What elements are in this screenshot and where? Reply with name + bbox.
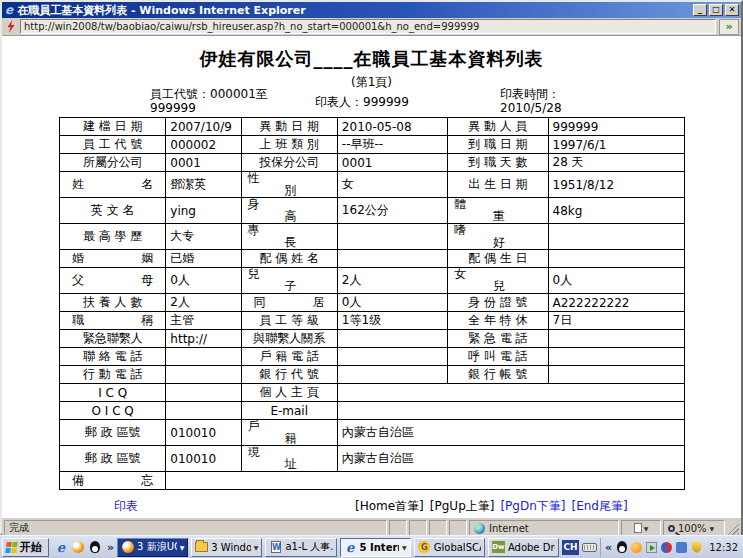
field-label-char: 兒: [248, 268, 260, 281]
field-value: 162公分: [337, 198, 447, 224]
windows-logo-icon: [5, 542, 18, 553]
field-label: 體重: [448, 198, 548, 224]
keyboard-icon[interactable]: [582, 543, 597, 552]
zoom-control[interactable]: 100% ▼: [663, 520, 725, 536]
field-label: 上 班 類 別: [241, 136, 337, 154]
qq-quicklaunch-icon[interactable]: [88, 540, 102, 554]
record-nav-link[interactable]: [PgDn下筆]: [500, 499, 565, 513]
media-tray-icon[interactable]: [645, 541, 658, 554]
task-buttons: 3 新浪UC▼3 Window...▼Wa1-L 人事...e5 Intern.…: [117, 538, 559, 557]
record-nav-link[interactable]: [End尾筆]: [572, 499, 628, 513]
field-value: A222222222: [548, 294, 684, 312]
flower-icon: [631, 542, 642, 553]
shield-tray-icon[interactable]: [690, 541, 703, 554]
field-label: 姓 名: [60, 172, 166, 198]
field-label: 婚 姻: [60, 250, 166, 268]
field-value: 已婚: [166, 250, 241, 268]
field-label: 配 偶 姓 名: [241, 250, 337, 268]
field-label-char: 高: [284, 210, 296, 223]
start-button[interactable]: 开始: [2, 538, 49, 557]
qq-icon: [90, 541, 100, 553]
field-value: [166, 472, 685, 490]
field-label-char: 女: [454, 268, 466, 281]
resize-grip[interactable]: [727, 520, 739, 536]
field-label: 出 生 日 期: [448, 172, 548, 198]
field-label: 緊 急 電 話: [448, 330, 548, 348]
security-zone-panel: Internet: [469, 520, 619, 536]
field-label-char: 體: [454, 198, 466, 211]
field-label: 建 檔 日 期: [60, 118, 166, 136]
taskbar-button-label: GlobalSCA..: [434, 542, 481, 553]
field-value: [548, 366, 684, 384]
field-label-char: 身: [248, 198, 260, 211]
field-label: 專長: [241, 224, 337, 250]
table-body: 建 檔 日 期2007/10/9異 動 日 期2010-05-08異 動 人 員…: [60, 118, 685, 490]
field-label: 父 母: [60, 268, 166, 294]
taskbar-button[interactable]: e5 Intern...▼: [340, 538, 411, 557]
ie-quicklaunch-icon[interactable]: e: [54, 540, 68, 554]
go-arrows-icon: »: [725, 22, 732, 32]
plug-tray-icon[interactable]: [675, 541, 688, 554]
flower-tray-icon[interactable]: [630, 541, 643, 554]
uc-quicklaunch-icon[interactable]: [71, 540, 85, 554]
print-link[interactable]: 印表: [114, 498, 138, 515]
quick-launch-overflow-chevron[interactable]: »: [107, 541, 114, 554]
language-indicator[interactable]: CH: [562, 540, 579, 555]
folder-icon: [195, 542, 208, 552]
taskbar-button-label: 3 新浪UC: [137, 540, 177, 554]
field-value: 1997/6/1: [548, 136, 684, 154]
status-cell-2: [409, 520, 427, 536]
field-label: 現址: [241, 446, 337, 472]
field-label: 所屬分公司: [60, 154, 166, 172]
field-label: 性別: [241, 172, 337, 198]
field-label-char: 戶: [248, 420, 260, 433]
field-value: 女: [337, 172, 447, 198]
field-value: [166, 348, 241, 366]
field-label-char: 好: [493, 236, 505, 249]
go-button[interactable]: »: [719, 19, 739, 35]
tray-collapse-chevron[interactable]: «: [605, 541, 612, 554]
taskbar-clock: 12:32: [706, 542, 741, 553]
field-label: 全 年 特 休: [448, 312, 548, 330]
record-nav-link[interactable]: [Home首筆]: [355, 499, 424, 513]
maximize-button[interactable]: □: [709, 4, 723, 16]
taskbar-button[interactable]: 3 Window...▼: [191, 538, 262, 557]
field-value: 1等1级: [337, 312, 447, 330]
field-label: 英 文 名: [60, 198, 166, 224]
chevron-down-icon: ▼: [710, 525, 715, 532]
taskbar-button-label: a1-L 人事...: [285, 540, 332, 554]
chevron-down-icon: ▼: [180, 544, 185, 551]
minimize-button[interactable]: _: [693, 4, 707, 16]
employee-code-range: 員工代號：000001至 999999: [150, 87, 268, 115]
record-nav-link[interactable]: [PgUp上筆]: [430, 499, 495, 513]
field-label-char: 專: [248, 224, 260, 237]
taskbar-button-label: 3 Window...: [211, 542, 251, 553]
field-value: [337, 402, 684, 420]
field-value: [548, 330, 684, 348]
close-button[interactable]: ✕: [725, 4, 739, 16]
taskbar-button[interactable]: GGlobalSCA..: [414, 538, 485, 557]
field-label: 扶 養 人 數: [60, 294, 166, 312]
field-label: 身高: [241, 198, 337, 224]
taskbar-button[interactable]: Wa1-L 人事...: [265, 538, 336, 557]
url-input[interactable]: http://win2008/tw/baobiao/caiwu/rsb_hire…: [20, 19, 716, 34]
field-label-char: 別: [284, 184, 296, 197]
protected-mode-panel[interactable]: ▼: [621, 520, 661, 536]
field-value: 內蒙古自治區: [337, 420, 684, 446]
field-value: 010010: [166, 446, 241, 472]
field-value: [337, 224, 447, 250]
msn-tray-icon[interactable]: [660, 541, 673, 554]
field-value: 7日: [548, 312, 684, 330]
qq-tray-icon[interactable]: [615, 541, 628, 554]
field-label-char: 嗜: [454, 224, 466, 237]
field-label: 職 稱: [60, 312, 166, 330]
field-label: 異 動 日 期: [241, 118, 337, 136]
taskbar-button-label: Adobe Dre...: [508, 542, 555, 553]
field-label: 戶籍: [241, 420, 337, 446]
taskbar-button[interactable]: DwAdobe Dre...: [488, 538, 559, 557]
field-value: ying: [166, 198, 241, 224]
field-value: 鄧潔英: [166, 172, 241, 198]
field-label: I C Q: [60, 384, 166, 402]
field-label-char: 子: [284, 280, 296, 293]
taskbar-button[interactable]: 3 新浪UC▼: [117, 538, 188, 557]
